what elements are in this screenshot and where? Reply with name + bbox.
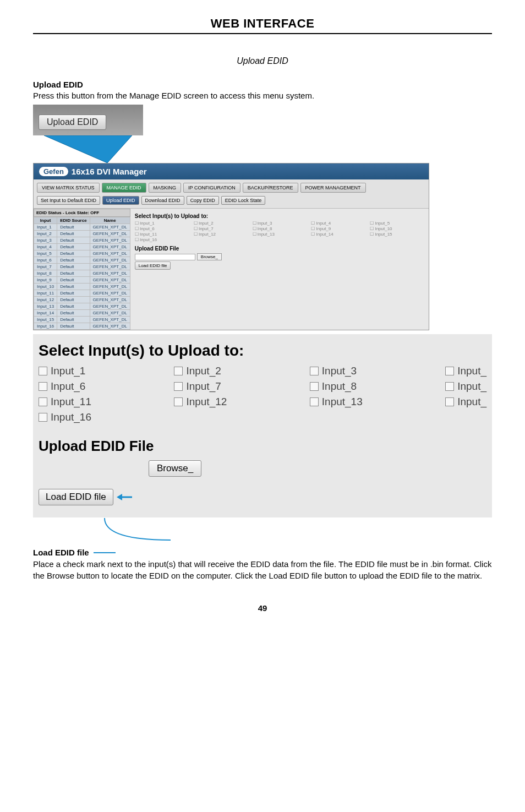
table-row: Input_14DefaultGEFEN_XPT_DL: [34, 310, 130, 317]
subtab-lock-state[interactable]: EDID Lock State: [221, 196, 266, 205]
mini-checkbox[interactable]: Input_4: [311, 221, 365, 226]
footer-dash-icon: [94, 550, 116, 555]
mini-checkbox[interactable]: Input_13: [253, 232, 307, 237]
subtab-set-default[interactable]: Set Input to Default EDID: [37, 196, 100, 205]
svg-marker-0: [44, 135, 132, 163]
input-checkbox[interactable]: Input_8: [310, 380, 412, 393]
mini-checkbox[interactable]: Input_9: [311, 226, 365, 231]
th-input: Input: [34, 217, 57, 224]
subtab-upload-edid[interactable]: Upload EDID: [102, 196, 139, 205]
input-checkbox[interactable]: Input_16: [39, 411, 141, 423]
table-row: Input_4DefaultGEFEN_XPT_DL: [34, 244, 130, 250]
input-checkbox[interactable]: Input_6: [39, 380, 141, 393]
input-checkbox[interactable]: Input_2: [174, 365, 276, 377]
tab-masking[interactable]: MASKING: [149, 183, 182, 193]
tab-backup-restore[interactable]: BACKUP/RESTORE: [243, 183, 298, 193]
zoom-checkbox-grid: Input_1Input_2Input_3Input_Input_6Input_…: [39, 365, 486, 423]
input-checkbox[interactable]: Input_11: [39, 396, 141, 408]
mini-checkbox[interactable]: Input_8: [253, 226, 307, 231]
mini-checkbox[interactable]: Input_5: [370, 221, 424, 226]
table-row: Input_6DefaultGEFEN_XPT_DL: [34, 257, 130, 264]
table-row: Input_15DefaultGEFEN_XPT_DL: [34, 317, 130, 323]
table-cell: GEFEN_XPT_DL: [90, 244, 130, 250]
table-cell: Default: [57, 270, 90, 277]
app-header: Gefen 16x16 DVI Manager: [34, 164, 429, 179]
input-checkbox[interactable]: Input_13: [310, 396, 412, 408]
mini-checkbox[interactable]: Input_14: [311, 232, 365, 237]
table-cell: Default: [57, 303, 90, 310]
table-cell: Default: [57, 277, 90, 284]
upload-file-heading-mini: Upload EDID File: [135, 246, 424, 252]
title-rule: [33, 33, 492, 34]
tab-power-management[interactable]: POWER MANAGEMENT: [300, 183, 366, 193]
mini-checkbox[interactable]: Input_12: [194, 232, 248, 237]
table-cell: GEFEN_XPT_DL: [90, 323, 130, 330]
table-row: Input_13DefaultGEFEN_XPT_DL: [34, 303, 130, 310]
table-row: Input_11DefaultGEFEN_XPT_DL: [34, 290, 130, 297]
svg-marker-2: [117, 494, 122, 500]
input-checkbox[interactable]: Input_12: [174, 396, 276, 408]
select-inputs-heading-mini: Select Input(s) to Upload to:: [135, 213, 424, 219]
edid-table: Input EDID Source Name Input_1DefaultGEF…: [34, 217, 130, 330]
table-cell: Default: [57, 231, 90, 237]
table-row: Input_3DefaultGEFEN_XPT_DL: [34, 237, 130, 244]
mini-checkbox[interactable]: Input_7: [194, 226, 248, 231]
table-cell: GEFEN_XPT_DL: [90, 290, 130, 297]
input-checkbox[interactable]: Input_: [445, 380, 486, 393]
mini-checkbox[interactable]: Input_1: [135, 221, 189, 226]
browse-button[interactable]: Browse_: [149, 460, 201, 477]
page-title: WEB INTERFACE: [33, 17, 492, 31]
left-pane: EDID Status - Lock State: OFF Input EDID…: [34, 209, 130, 330]
subtab-download-edid[interactable]: Download EDID: [141, 196, 184, 205]
table-cell: Default: [57, 224, 90, 231]
load-edid-file-button[interactable]: Load EDID file: [39, 489, 113, 505]
table-cell: GEFEN_XPT_DL: [90, 277, 130, 284]
page-subtitle: Upload EDID: [33, 56, 492, 66]
input-checkbox[interactable]: Input_3: [310, 365, 412, 377]
zoom-select-heading: Select Input(s) to Upload to:: [39, 342, 486, 359]
input-checkbox[interactable]: Input_: [445, 365, 486, 377]
mini-checkbox[interactable]: Input_15: [370, 232, 424, 237]
browse-button-mini[interactable]: Browse_: [197, 253, 222, 260]
table-cell: GEFEN_XPT_DL: [90, 237, 130, 244]
mini-checkbox[interactable]: Input_2: [194, 221, 248, 226]
input-checkbox[interactable]: Input_: [445, 396, 486, 408]
subtab-copy-edid[interactable]: Copy EDID: [187, 196, 219, 205]
upload-chip-container: Upload EDID: [33, 105, 143, 135]
input-checkbox[interactable]: Input_1: [39, 365, 141, 377]
table-cell: GEFEN_XPT_DL: [90, 297, 130, 303]
table-cell: Input_11: [34, 290, 57, 297]
table-cell: GEFEN_XPT_DL: [90, 264, 130, 270]
table-cell: Input_10: [34, 284, 57, 290]
table-cell: Input_14: [34, 310, 57, 317]
table-cell: Default: [57, 310, 90, 317]
table-cell: Default: [57, 290, 90, 297]
app-title: 16x16 DVI Manager: [72, 167, 147, 176]
table-cell: Default: [57, 323, 90, 330]
mini-checkbox[interactable]: Input_16: [135, 237, 189, 242]
input-checkbox[interactable]: Input_7: [174, 380, 276, 393]
mini-check-grid: Input_1Input_2Input_3Input_4Input_5Input…: [135, 221, 424, 242]
table-cell: Input_9: [34, 277, 57, 284]
page-number: 49: [33, 603, 492, 613]
mini-checkbox[interactable]: Input_3: [253, 221, 307, 226]
table-cell: GEFEN_XPT_DL: [90, 310, 130, 317]
table-cell: Default: [57, 237, 90, 244]
table-cell: Input_2: [34, 231, 57, 237]
tab-view-matrix[interactable]: VIEW MATRIX STATUS: [37, 183, 100, 193]
main-tab-row: VIEW MATRIX STATUS MANAGE EDID MASKING I…: [34, 179, 429, 194]
table-cell: Input_16: [34, 323, 57, 330]
intro-heading: Upload EDID: [33, 80, 492, 89]
tab-ip-configuration[interactable]: IP CONFIGURATION: [183, 183, 240, 193]
table-cell: GEFEN_XPT_DL: [90, 317, 130, 323]
file-row-mini: Browse_: [135, 253, 424, 260]
table-cell: Default: [57, 317, 90, 323]
mini-checkbox[interactable]: Input_6: [135, 226, 189, 231]
file-input-mini[interactable]: [135, 254, 195, 260]
upload-edid-button[interactable]: Upload EDID: [39, 115, 106, 130]
mini-checkbox[interactable]: Input_11: [135, 232, 189, 237]
content-row: EDID Status - Lock State: OFF Input EDID…: [34, 209, 429, 330]
load-edid-button-mini[interactable]: Load EDID file: [135, 261, 171, 270]
mini-checkbox[interactable]: Input_10: [370, 226, 424, 231]
tab-manage-edid[interactable]: MANAGE EDID: [102, 183, 146, 193]
